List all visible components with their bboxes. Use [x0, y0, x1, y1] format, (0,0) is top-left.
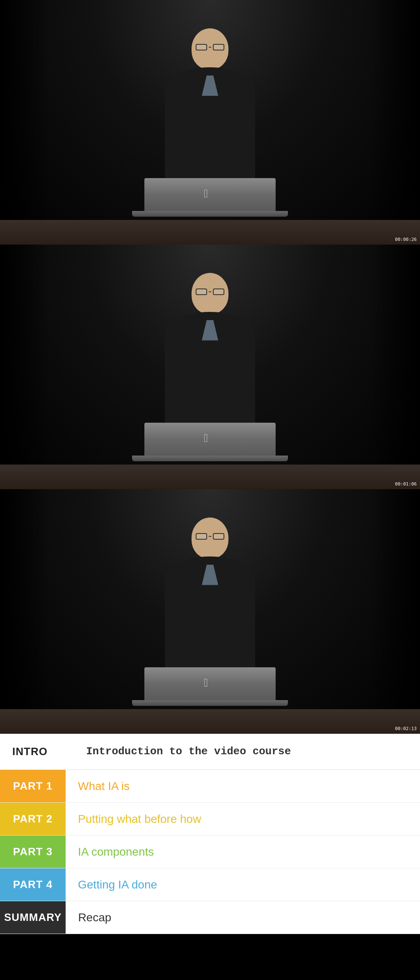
- person-figure-1: : [132, 28, 288, 217]
- apple-logo-icon-2: : [204, 432, 208, 444]
- person-glasses-1: [196, 44, 224, 51]
- person-head-2: [192, 273, 228, 314]
- part-row-4: PART 4 Getting IA done: [0, 868, 420, 901]
- apple-logo-icon-3: : [204, 676, 208, 689]
- shirt-collar-1: [202, 76, 218, 96]
- thumbnail-frame-2:  00:01:06: [0, 245, 420, 489]
- part-2-text: Putting what before how: [78, 813, 201, 826]
- part-4-label-text: PART 4: [13, 878, 53, 891]
- laptop-base-3: [132, 700, 288, 706]
- curtain-left-3: [0, 489, 49, 734]
- thumbnail-frame-1: File: 01 Introduction.mp4 Size: 35364554…: [0, 0, 420, 245]
- part-2-content: Putting what before how: [66, 803, 420, 835]
- part-3-label-text: PART 3: [13, 845, 53, 858]
- part-row-3: PART 3 IA components: [0, 836, 420, 868]
- shirt-collar-2: [202, 320, 218, 341]
- curtain-right-1: [371, 0, 420, 245]
- table-surface-1: [0, 220, 420, 245]
- timestamp-2: 00:01:06: [395, 481, 417, 487]
- laptop-2: : [144, 423, 276, 456]
- curtain-left-2: [0, 245, 49, 489]
- laptop-3: : [144, 667, 276, 700]
- person-scene-1: : [0, 0, 420, 245]
- part-2-label-text: PART 2: [13, 813, 53, 825]
- laptop-apple-1: : [204, 188, 216, 201]
- person-head-3: [192, 517, 228, 559]
- laptop-1: : [144, 178, 276, 211]
- person-scene-3: : [0, 489, 420, 734]
- glasses-bridge-2: [209, 291, 211, 292]
- part-4-text: Getting IA done: [78, 878, 157, 891]
- summary-content: Recap: [66, 901, 420, 934]
- glasses-lens-left-3: [196, 533, 207, 540]
- parts-section: PART 1 What IA is PART 2 Putting what be…: [0, 770, 420, 934]
- person-glasses-3: [196, 533, 224, 540]
- table-surface-2: [0, 465, 420, 489]
- person-body-1: [165, 67, 255, 182]
- person-figure-3: : [132, 517, 288, 706]
- part-3-content: IA components: [66, 836, 420, 868]
- summary-label: SUMMARY: [0, 901, 66, 934]
- person-figure-2: : [132, 273, 288, 461]
- part-row-1: PART 1 What IA is: [0, 770, 420, 803]
- laptop-base-2: [132, 456, 288, 461]
- summary-text: Recap: [78, 911, 111, 924]
- part-4-label: PART 4: [0, 868, 66, 901]
- glasses-lens-left-2: [196, 289, 207, 295]
- curtain-right-2: [371, 245, 420, 489]
- intro-label: INTRO: [12, 745, 78, 758]
- glasses-bridge-1: [209, 47, 211, 48]
- table-surface-3: [0, 709, 420, 734]
- laptop-apple-2: : [204, 433, 216, 446]
- glasses-lens-right-2: [213, 289, 224, 295]
- person-head-1: [192, 28, 228, 69]
- person-body-2: [165, 312, 255, 427]
- curtain-left-1: [0, 0, 49, 245]
- part-4-content: Getting IA done: [66, 868, 420, 901]
- part-1-label-text: PART 1: [13, 780, 53, 792]
- video-thumbnails: File: 01 Introduction.mp4 Size: 35364554…: [0, 0, 420, 734]
- summary-label-text: SUMMARY: [4, 911, 62, 924]
- timestamp-3: 00:02:13: [395, 726, 417, 731]
- glasses-lens-left-1: [196, 44, 207, 50]
- person-body-3: [165, 556, 255, 671]
- curtain-right-3: [371, 489, 420, 734]
- glasses-lens-right-3: [213, 533, 224, 540]
- part-3-text: IA components: [78, 845, 154, 859]
- part-3-label: PART 3: [0, 836, 66, 868]
- timestamp-1: 00:00:26: [395, 237, 417, 242]
- person-scene-2: : [0, 245, 420, 489]
- summary-row: SUMMARY Recap: [0, 901, 420, 934]
- glasses-lens-right-1: [213, 44, 224, 50]
- laptop-apple-3: : [204, 677, 216, 690]
- person-glasses-2: [196, 289, 224, 296]
- intro-section: INTRO Introduction to the video course: [0, 734, 420, 770]
- part-1-content: What IA is: [66, 770, 420, 802]
- part-2-label: PART 2: [0, 803, 66, 835]
- thumbnail-frame-3:  00:02:13: [0, 489, 420, 734]
- part-1-label: PART 1: [0, 770, 66, 802]
- intro-description: Introduction to the video course: [86, 745, 291, 758]
- part-row-2: PART 2 Putting what before how: [0, 803, 420, 836]
- glasses-bridge-3: [209, 536, 211, 537]
- shirt-collar-3: [202, 565, 218, 585]
- part-1-text: What IA is: [78, 780, 130, 793]
- apple-logo-icon-1: : [204, 187, 208, 200]
- laptop-base-1: [132, 211, 288, 217]
